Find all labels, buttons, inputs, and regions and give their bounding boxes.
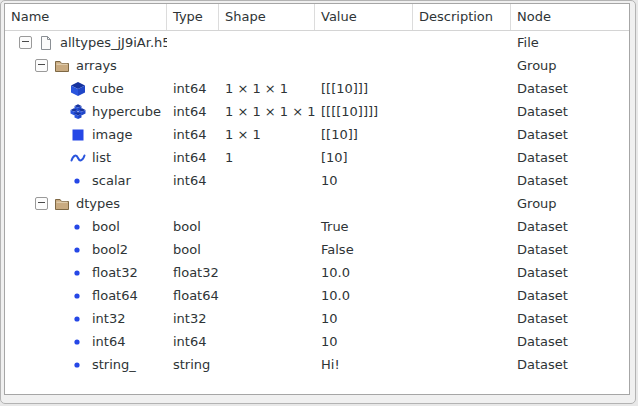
node-cell: Dataset xyxy=(511,261,629,284)
table-row[interactable]: cube int64 1 × 1 × 1 [[[10]]] Dataset xyxy=(5,77,629,100)
table-row[interactable]: bool bool True Dataset xyxy=(5,215,629,238)
list-icon xyxy=(70,150,86,166)
expander-icon[interactable] xyxy=(35,59,48,72)
table-row[interactable]: string_ string Hi! Dataset xyxy=(5,353,629,376)
node-cell: File xyxy=(511,31,629,54)
name-cell: bool xyxy=(5,215,167,238)
description-cell xyxy=(413,77,511,100)
column-header-description[interactable]: Description xyxy=(413,4,511,30)
tree-table: Name Type Shape Value Description Node a… xyxy=(4,3,630,395)
scalar-icon xyxy=(70,334,86,350)
description-cell xyxy=(413,146,511,169)
value-cell: True xyxy=(315,215,413,238)
name-cell: list xyxy=(5,146,167,169)
folder-icon xyxy=(54,196,70,212)
table-row[interactable]: scalar int64 10 Dataset xyxy=(5,169,629,192)
table-row[interactable]: image int64 1 × 1 [[10]] Dataset xyxy=(5,123,629,146)
node-cell: Dataset xyxy=(511,330,629,353)
value-cell: [[10]] xyxy=(315,123,413,146)
scalar-icon xyxy=(70,288,86,304)
node-name-label: string_ xyxy=(92,353,136,376)
scalar-icon xyxy=(70,357,86,373)
type-cell xyxy=(167,54,219,77)
table-row[interactable]: arrays Group xyxy=(5,54,629,77)
node-name-label: bool2 xyxy=(92,238,128,261)
scalar-icon xyxy=(70,311,86,327)
node-name-label: int32 xyxy=(92,307,126,330)
node-name-label: image xyxy=(92,123,133,146)
node-cell: Dataset xyxy=(511,284,629,307)
type-cell: int64 xyxy=(167,169,219,192)
table-row[interactable]: list int64 1 [10] Dataset xyxy=(5,146,629,169)
node-cell: Group xyxy=(511,192,629,215)
scalar-icon xyxy=(70,242,86,258)
node-cell: Dataset xyxy=(511,307,629,330)
node-cell: Dataset xyxy=(511,146,629,169)
description-cell xyxy=(413,31,511,54)
column-header-value[interactable]: Value xyxy=(315,4,413,30)
file-icon xyxy=(38,35,54,51)
scalar-icon xyxy=(70,219,86,235)
value-cell: 10 xyxy=(315,330,413,353)
shape-cell xyxy=(219,261,315,284)
description-cell xyxy=(413,54,511,77)
description-cell xyxy=(413,284,511,307)
table-row[interactable]: hypercube int64 1 × 1 × 1 × 1 [[[[10]]]]… xyxy=(5,100,629,123)
node-name-label: dtypes xyxy=(76,192,120,215)
node-name-label: cube xyxy=(92,77,124,100)
shape-cell: 1 × 1 × 1 × 1 xyxy=(219,100,315,123)
scalar-icon xyxy=(70,265,86,281)
node-cell: Dataset xyxy=(511,169,629,192)
type-cell xyxy=(167,31,219,54)
node-name-label: float32 xyxy=(92,261,138,284)
shape-cell: 1 xyxy=(219,146,315,169)
value-cell xyxy=(315,54,413,77)
name-cell: cube xyxy=(5,77,167,100)
table-row[interactable]: float64 float64 10.0 Dataset xyxy=(5,284,629,307)
node-cell: Dataset xyxy=(511,353,629,376)
description-cell xyxy=(413,100,511,123)
type-cell: string xyxy=(167,353,219,376)
type-cell xyxy=(167,192,219,215)
column-header-type[interactable]: Type xyxy=(167,4,219,30)
column-header-shape[interactable]: Shape xyxy=(219,4,315,30)
description-cell xyxy=(413,192,511,215)
expander-icon[interactable] xyxy=(35,197,48,210)
node-cell: Dataset xyxy=(511,123,629,146)
name-cell: string_ xyxy=(5,353,167,376)
node-name-label: float64 xyxy=(92,284,138,307)
table-row[interactable]: dtypes Group xyxy=(5,192,629,215)
shape-cell xyxy=(219,215,315,238)
shape-cell xyxy=(219,238,315,261)
table-row[interactable]: int64 int64 10 Dataset xyxy=(5,330,629,353)
column-header-name[interactable]: Name xyxy=(5,4,167,30)
value-cell: [[[10]]] xyxy=(315,77,413,100)
expander-icon[interactable] xyxy=(19,36,32,49)
type-cell: bool xyxy=(167,215,219,238)
node-name-label: arrays xyxy=(76,54,117,77)
type-cell: float64 xyxy=(167,284,219,307)
type-cell: int64 xyxy=(167,146,219,169)
name-cell: bool2 xyxy=(5,238,167,261)
description-cell xyxy=(413,353,511,376)
value-cell: False xyxy=(315,238,413,261)
description-cell xyxy=(413,169,511,192)
node-cell: Dataset xyxy=(511,238,629,261)
shape-cell xyxy=(219,169,315,192)
value-cell xyxy=(315,31,413,54)
name-cell: alltypes_jJ9iAr.h5 xyxy=(5,31,167,54)
value-cell: [10] xyxy=(315,146,413,169)
name-cell: int32 xyxy=(5,307,167,330)
table-row[interactable]: int32 int32 10 Dataset xyxy=(5,307,629,330)
table-row[interactable]: bool2 bool False Dataset xyxy=(5,238,629,261)
value-cell: 10.0 xyxy=(315,261,413,284)
table-row[interactable]: alltypes_jJ9iAr.h5 File xyxy=(5,31,629,54)
shape-cell xyxy=(219,31,315,54)
type-cell: int64 xyxy=(167,330,219,353)
shape-cell xyxy=(219,284,315,307)
name-cell: int64 xyxy=(5,330,167,353)
table-row[interactable]: float32 float32 10.0 Dataset xyxy=(5,261,629,284)
hdf5-browser-window: Name Type Shape Value Description Node a… xyxy=(0,0,636,404)
shape-cell xyxy=(219,330,315,353)
column-header-node[interactable]: Node xyxy=(511,4,629,30)
